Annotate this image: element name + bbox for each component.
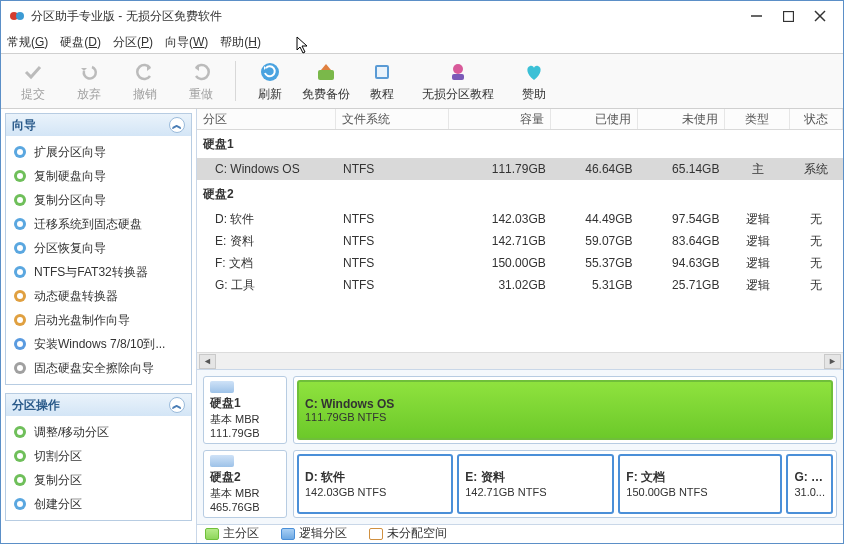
sidebar-item[interactable]: NTFS与FAT32转换器: [6, 260, 191, 284]
copy-icon: [12, 472, 28, 488]
toolbar-tutorial-button[interactable]: 无损分区教程: [410, 55, 506, 107]
cell: 31.02GB: [450, 278, 552, 292]
cell: 无: [790, 211, 843, 228]
partition-block[interactable]: E: 资料142.71GB NTFS: [457, 454, 614, 514]
sidebar-item[interactable]: 调整/移动分区: [6, 420, 191, 444]
partition-grid[interactable]: 硬盘1C: Windows OSNTFS111.79GB46.64GB65.14…: [197, 130, 843, 352]
horizontal-scrollbar[interactable]: ◄ ►: [197, 352, 843, 368]
toolbar-label: 放弃: [77, 86, 101, 103]
partition-row[interactable]: E: 资料NTFS142.71GB59.07GB83.64GB逻辑无: [197, 230, 843, 252]
chevron-up-icon[interactable]: ︽: [169, 397, 185, 413]
column-header[interactable]: 分区: [197, 109, 336, 129]
column-header[interactable]: 已使用: [551, 109, 638, 129]
column-header[interactable]: 未使用: [638, 109, 725, 129]
cell: 44.49GB: [552, 212, 639, 226]
partition-sub: 31.0...: [794, 486, 825, 498]
partition-block[interactable]: C: Windows OS111.79GB NTFS: [297, 380, 833, 440]
cell: 142.03GB: [450, 212, 552, 226]
close-button[interactable]: [813, 9, 827, 23]
column-header[interactable]: 容量: [449, 109, 551, 129]
partition-row[interactable]: C: Windows OSNTFS111.79GB46.64GB65.14GB主…: [197, 158, 843, 180]
partition-title: D: 软件: [305, 469, 445, 486]
cell: 无: [790, 255, 843, 272]
toolbar-label: 无损分区教程: [422, 86, 494, 103]
svg-rect-7: [318, 70, 334, 80]
menu-item[interactable]: 硬盘(D): [60, 34, 101, 51]
toolbar-label: 提交: [21, 86, 45, 103]
column-header[interactable]: 状态: [790, 109, 843, 129]
menu-item[interactable]: 常规(G): [7, 34, 48, 51]
convert-icon: [12, 264, 28, 280]
logical-swatch: [281, 528, 295, 540]
sidebar-item[interactable]: 安装Windows 7/8/10到...: [6, 332, 191, 356]
svg-point-23: [17, 269, 23, 275]
sidebar-item[interactable]: 固态硬盘安全擦除向导: [6, 356, 191, 380]
maximize-button[interactable]: [781, 9, 795, 23]
cell: 150.00GB: [450, 256, 552, 270]
cell: 5.31GB: [552, 278, 639, 292]
partition-row[interactable]: F: 文档NTFS150.00GB55.37GB94.63GB逻辑无: [197, 252, 843, 274]
cell: 25.71GB: [639, 278, 726, 292]
svg-rect-9: [377, 67, 387, 77]
sidebar-item-label: 复制硬盘向导: [34, 168, 106, 185]
cell: 94.63GB: [639, 256, 726, 270]
wizard-panel-title: 向导: [12, 117, 36, 134]
sidebar-item-label: 扩展分区向导: [34, 144, 106, 161]
disk-name: 硬盘1: [210, 395, 280, 412]
sidebar-item[interactable]: 分区恢复向导: [6, 236, 191, 260]
chevron-up-icon[interactable]: ︽: [169, 117, 185, 133]
scroll-right-button[interactable]: ►: [824, 354, 841, 369]
sidebar-item[interactable]: 扩展分区向导: [6, 140, 191, 164]
partition-row[interactable]: D: 软件NTFS142.03GB44.49GB97.54GB逻辑无: [197, 208, 843, 230]
svg-point-29: [17, 341, 23, 347]
menu-item[interactable]: 分区(P): [113, 34, 153, 51]
ops-panel-header[interactable]: 分区操作 ︽: [6, 394, 191, 416]
disk-info[interactable]: 硬盘2基本 MBR465.76GB: [203, 450, 287, 518]
cell: C: Windows OS: [197, 162, 337, 176]
sidebar-item[interactable]: 复制分区: [6, 468, 191, 492]
menu-item[interactable]: 向导(W): [165, 34, 208, 51]
disk-map: 硬盘1基本 MBR111.79GBC: Windows OS111.79GB N…: [197, 369, 843, 524]
toolbar-backup-button[interactable]: 免费备份: [298, 55, 354, 107]
sidebar-item[interactable]: 复制分区向导: [6, 188, 191, 212]
wizard-list: 扩展分区向导复制硬盘向导复制分区向导迁移系统到固态硬盘分区恢复向导NTFS与FA…: [6, 136, 191, 384]
partition-row[interactable]: G: 工具NTFS31.02GB5.31GB25.71GB逻辑无: [197, 274, 843, 296]
partition-block[interactable]: G: 工...31.0...: [786, 454, 833, 514]
sidebar-item-label: 固态硬盘安全擦除向导: [34, 360, 154, 377]
cell: NTFS: [337, 234, 450, 248]
sidebar-item[interactable]: 动态硬盘转换器: [6, 284, 191, 308]
svg-point-21: [17, 245, 23, 251]
cell: NTFS: [337, 212, 450, 226]
partition-block[interactable]: D: 软件142.03GB NTFS: [297, 454, 453, 514]
sidebar-item[interactable]: 创建分区: [6, 492, 191, 516]
undo-arrow-icon: [133, 60, 157, 84]
sidebar-item-label: 创建分区: [34, 496, 82, 513]
scroll-left-button[interactable]: ◄: [199, 354, 216, 369]
cell: 97.54GB: [639, 212, 726, 226]
minimize-button[interactable]: [749, 9, 763, 23]
toolbar-check-button: 提交: [5, 55, 61, 107]
wizard-panel-header[interactable]: 向导 ︽: [6, 114, 191, 136]
partition-sub: 150.00GB NTFS: [626, 486, 774, 498]
sidebar-item[interactable]: 迁移系统到固态硬盘: [6, 212, 191, 236]
sidebar-item[interactable]: 启动光盘制作向导: [6, 308, 191, 332]
cell: 逻辑: [725, 233, 789, 250]
partition-title: E: 资料: [465, 469, 606, 486]
partition-block[interactable]: F: 文档150.00GB NTFS: [618, 454, 782, 514]
cell: NTFS: [337, 256, 450, 270]
toolbar-heart-button[interactable]: 赞助: [506, 55, 562, 107]
sidebar-item-label: 切割分区: [34, 448, 82, 465]
menu-item[interactable]: 帮助(H): [220, 34, 261, 51]
toolbar-book-button[interactable]: 教程: [354, 55, 410, 107]
cell: 55.37GB: [552, 256, 639, 270]
disk-row: 硬盘1基本 MBR111.79GBC: Windows OS111.79GB N…: [203, 376, 837, 444]
column-header[interactable]: 文件系统: [336, 109, 449, 129]
migrate-icon: [12, 216, 28, 232]
column-header[interactable]: 类型: [725, 109, 789, 129]
disk-info[interactable]: 硬盘1基本 MBR111.79GB: [203, 376, 287, 444]
toolbar-refresh-button[interactable]: 刷新: [242, 55, 298, 107]
sidebar-item[interactable]: 切割分区: [6, 444, 191, 468]
ops-panel: 分区操作 ︽ 调整/移动分区切割分区复制分区创建分区: [5, 393, 192, 521]
sidebar-item[interactable]: 复制硬盘向导: [6, 164, 191, 188]
legend: 主分区 逻辑分区 未分配空间: [197, 524, 843, 543]
